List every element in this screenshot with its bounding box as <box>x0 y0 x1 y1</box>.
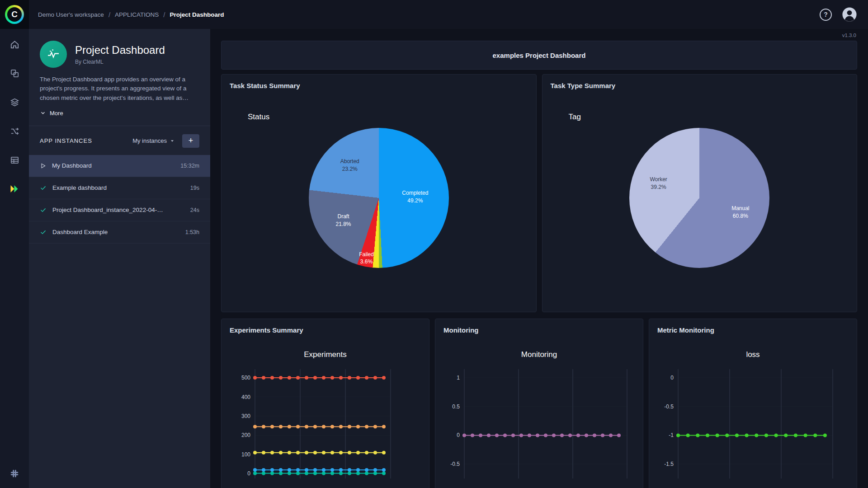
app-logo-icon <box>40 41 67 68</box>
tag-pie-chart: Manual60.8%Worker39.2% <box>629 128 769 268</box>
slack-community-icon[interactable] <box>9 468 20 479</box>
svg-text:-1: -1 <box>669 432 674 438</box>
instances-title: APP INSTANCES <box>40 137 92 144</box>
home-icon[interactable] <box>9 39 20 50</box>
app-info-panel: Project Dashboard By ClearML The Project… <box>29 29 210 488</box>
breadcrumb: Demo User's workspace / APPLICATIONS / P… <box>38 11 224 19</box>
svg-text:200: 200 <box>241 432 250 438</box>
breadcrumb-workspace[interactable]: Demo User's workspace <box>38 11 104 18</box>
svg-text:0: 0 <box>670 375 674 381</box>
pipelines-icon[interactable] <box>9 126 20 136</box>
datasets-icon[interactable] <box>9 97 20 108</box>
svg-text:-0.5: -0.5 <box>450 461 460 467</box>
clearml-logo-icon: C <box>5 5 24 24</box>
pie: Completed49.2%Failed3.6%Draft21.8%Aborte… <box>309 128 449 268</box>
instance-name: Example dashboard <box>52 184 107 191</box>
svg-text:500: 500 <box>241 375 250 381</box>
breadcrumb-separator: / <box>108 11 110 19</box>
status-pie-chart: Completed49.2%Failed3.6%Draft21.8%Aborte… <box>309 128 449 268</box>
topbar-actions: ? <box>820 7 868 22</box>
dashboard-banner-title: examples Project Dashboard <box>221 41 857 70</box>
app-byline: By ClearML <box>75 59 165 65</box>
instances-filter-dropdown[interactable]: My instances <box>132 137 175 144</box>
chart-title: Tag <box>569 113 581 122</box>
instance-row-my-dashboard[interactable]: My Dashboard 15:32m <box>29 155 210 177</box>
chevron-down-icon <box>170 138 175 144</box>
instance-runtime: 19s <box>190 185 199 191</box>
dashboard-main: v1.3.0 examples Project Dashboard Task S… <box>210 29 868 488</box>
svg-text:0.5: 0.5 <box>452 404 460 410</box>
svg-text:-0.5: -0.5 <box>664 404 674 410</box>
clearml-logo-letter: C <box>7 7 22 22</box>
instance-runtime: 15:32m <box>180 163 199 169</box>
instance-row-example-dashboard[interactable]: Example dashboard 19s <box>29 177 210 199</box>
chart-title: Experiments <box>222 350 429 359</box>
svg-text:100: 100 <box>241 451 250 458</box>
monitoring-card: Monitoring Monitoring 10.50-0.5 <box>435 319 643 488</box>
svg-text:300: 300 <box>241 413 250 419</box>
loss-line-chart: 0-0.5-1-1.5 <box>653 363 852 488</box>
workers-queues-icon[interactable] <box>9 155 20 165</box>
app-description: The Project Dashboard app provides an ov… <box>40 75 199 103</box>
app-header: Project Dashboard By ClearML <box>40 41 199 68</box>
card-title: Task Status Summary <box>222 75 536 89</box>
monitoring-line-chart: 10.50-0.5 <box>439 363 638 488</box>
instances-header: APP INSTANCES My instances + <box>40 134 199 148</box>
instance-name: Dashboard Example <box>52 229 108 235</box>
left-rail <box>0 29 29 488</box>
chart-title: Monitoring <box>435 350 643 359</box>
card-title: Task Type Summary <box>542 75 857 89</box>
instances-filter-label: My instances <box>132 137 167 144</box>
line-charts-row: Experiments Summary Experiments 50040030… <box>221 319 857 488</box>
running-play-icon <box>40 163 46 169</box>
card-title: Experiments Summary <box>222 319 429 334</box>
instance-row-project-dashboard-instance[interactable]: Project Dashboard_instance_2022-04-… 24s <box>29 199 210 221</box>
completed-check-icon <box>40 229 47 235</box>
breadcrumb-current-page: Project Dashboard <box>170 11 224 18</box>
clearml-logo[interactable]: C <box>0 0 29 29</box>
card-title: Monitoring <box>435 319 643 334</box>
instance-name: My Dashboard <box>52 162 92 169</box>
card-title: Metric Monitoring <box>649 319 857 334</box>
svg-text:1: 1 <box>457 375 460 381</box>
instance-row-dashboard-example[interactable]: Dashboard Example 1:53h <box>29 221 210 244</box>
help-icon[interactable]: ? <box>820 9 832 21</box>
task-status-summary-card: Task Status Summary Status Completed49.2… <box>221 74 537 312</box>
app-version: v1.3.0 <box>221 29 857 41</box>
experiments-line-chart: 5004003002001000 <box>225 363 424 488</box>
panel-divider <box>29 126 210 126</box>
svg-text:400: 400 <box>241 394 250 400</box>
instance-runtime: 24s <box>190 207 199 213</box>
experiments-summary-card: Experiments Summary Experiments 50040030… <box>221 319 429 488</box>
chart-title: loss <box>649 350 857 359</box>
projects-icon[interactable] <box>9 68 20 79</box>
user-avatar-icon[interactable] <box>842 7 857 22</box>
topbar: C Demo User's workspace / APPLICATIONS /… <box>0 0 868 29</box>
more-label: More <box>50 110 63 117</box>
more-expander[interactable]: More <box>40 110 199 117</box>
instance-list: My Dashboard 15:32m Example dashboard 19… <box>29 155 210 244</box>
pie: Manual60.8%Worker39.2% <box>629 128 769 268</box>
completed-check-icon <box>40 184 47 191</box>
breadcrumb-separator: / <box>163 11 165 19</box>
metric-monitoring-card: Metric Monitoring loss 0-0.5-1-1.5 <box>649 319 857 488</box>
app-title: Project Dashboard <box>75 44 165 56</box>
svg-text:0: 0 <box>247 470 250 477</box>
applications-icon-active[interactable] <box>9 183 20 194</box>
chart-title: Status <box>248 113 269 122</box>
completed-check-icon <box>40 206 47 213</box>
svg-text:0: 0 <box>457 432 460 438</box>
add-instance-button[interactable]: + <box>182 134 199 148</box>
task-type-summary-card: Task Type Summary Tag Manual60.8%Worker3… <box>542 74 858 312</box>
breadcrumb-applications[interactable]: APPLICATIONS <box>115 11 159 18</box>
instance-name: Project Dashboard_instance_2022-04-… <box>52 206 163 213</box>
chevron-down-icon <box>40 110 46 116</box>
pie-charts-row: Task Status Summary Status Completed49.2… <box>221 74 857 312</box>
svg-text:-1.5: -1.5 <box>664 461 674 467</box>
instance-runtime: 1:53h <box>185 229 199 235</box>
